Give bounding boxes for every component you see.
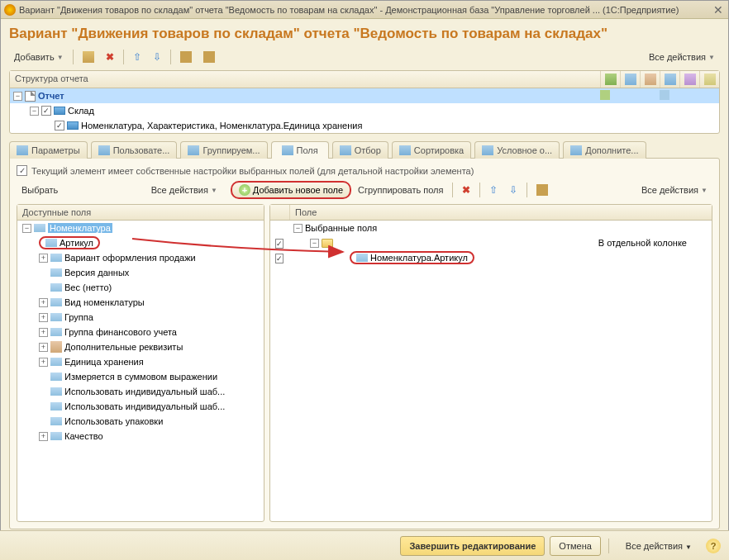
- expand-icon[interactable]: +: [39, 343, 48, 352]
- cancel-button[interactable]: Отмена: [550, 536, 600, 556]
- field-row[interactable]: Версия данных: [17, 265, 264, 280]
- select-button[interactable]: Выбрать: [17, 183, 63, 197]
- all-actions-left-button[interactable]: Все действия▼: [146, 183, 222, 197]
- all-actions-right-button[interactable]: Все действия▼: [636, 183, 712, 197]
- selected-group-row[interactable]: ✓ −В отдельной колонке: [270, 235, 712, 250]
- finish-editing-button[interactable]: Завершить редактирование: [400, 536, 545, 556]
- plus-icon: +: [239, 184, 250, 196]
- tree-row-warehouse[interactable]: − ✓ Склад: [10, 103, 719, 118]
- fields-toolbar: Выбрать Все действия▼ + Добавить новое п…: [17, 181, 712, 199]
- group-fields-button[interactable]: Сгруппировать поля: [353, 183, 448, 197]
- hdr-col-icon[interactable]: [640, 71, 660, 88]
- expand-icon[interactable]: +: [39, 432, 48, 441]
- toolbar-btn-6[interactable]: [198, 49, 220, 65]
- field-row[interactable]: Использовать упаковки: [17, 414, 264, 429]
- field-row[interactable]: Использовать индивидуальный шаб...: [17, 399, 264, 414]
- tab-conditional[interactable]: Условное о...: [474, 141, 560, 159]
- field-icon: [50, 328, 62, 336]
- tab-icon: [340, 145, 351, 155]
- checkbox-icon[interactable]: ✓: [41, 106, 51, 116]
- tree-row-nomenclature[interactable]: ✓ Номенклатура, Характеристика, Номенкла…: [10, 118, 719, 133]
- field-icon: [45, 239, 57, 247]
- tab-sort[interactable]: Сортировка: [392, 141, 471, 159]
- checkbox-icon[interactable]: ✓: [275, 254, 284, 263]
- expand-icon[interactable]: +: [39, 358, 48, 367]
- checkbox-icon[interactable]: ✓: [55, 121, 64, 131]
- field-icon: [50, 341, 62, 353]
- selected-root-row[interactable]: −Выбранные поля: [270, 221, 712, 235]
- tab-icon: [17, 145, 28, 155]
- tab-filter[interactable]: Отбор: [332, 141, 388, 159]
- field-row[interactable]: +Дополнительные реквизиты: [17, 339, 264, 354]
- tab-additional[interactable]: Дополните...: [563, 141, 646, 159]
- hdr-col-icon[interactable]: [660, 71, 679, 88]
- field-row[interactable]: Артикул: [17, 235, 264, 250]
- main-toolbar: Добавить▼ ✖ ⇧ ⇩ Все действия▼: [9, 49, 720, 65]
- toolbar-btn-5[interactable]: [175, 49, 197, 65]
- expand-icon[interactable]: +: [39, 328, 48, 337]
- field-icon: [34, 224, 45, 232]
- structure-header: Структура отчета: [10, 71, 600, 88]
- tab-fields[interactable]: Поля: [271, 141, 329, 159]
- info-text: Текущий элемент имеет собственные настро…: [31, 166, 474, 176]
- field-row[interactable]: +Вид номенклатуры: [17, 295, 264, 310]
- expand-icon[interactable]: +: [39, 313, 48, 322]
- field-row[interactable]: Вес (нетто): [17, 280, 264, 295]
- field-row[interactable]: +Качество: [17, 429, 264, 444]
- collapse-icon[interactable]: −: [293, 224, 303, 233]
- tree-row-report[interactable]: − Отчет: [10, 88, 719, 103]
- delete-field-button[interactable]: ✖: [457, 182, 475, 198]
- hdr-col-icon[interactable]: [600, 71, 620, 88]
- field-row-root[interactable]: − Номенклатура: [17, 221, 264, 235]
- available-fields-panel: Доступные поля − Номенклатура Артикул +В…: [17, 204, 264, 522]
- footer: Завершить редактирование Отмена Все дейс…: [0, 530, 729, 560]
- field-row[interactable]: +Группа финансового учета: [17, 325, 264, 339]
- field-row[interactable]: +Вариант оформления продажи: [17, 250, 264, 265]
- expand-icon[interactable]: +: [39, 298, 48, 307]
- toolbar-btn-1[interactable]: [78, 49, 99, 65]
- add-button[interactable]: Добавить▼: [9, 50, 69, 64]
- delete-button[interactable]: ✖: [101, 49, 119, 65]
- app-logo-icon: [4, 4, 16, 16]
- hdr-col-icon[interactable]: [679, 71, 699, 88]
- tab-icon: [570, 145, 582, 155]
- structure-panel: Структура отчета − Отчет: [9, 70, 720, 134]
- field-row[interactable]: +Единица хранения: [17, 354, 264, 369]
- close-icon[interactable]: ✕: [712, 3, 725, 17]
- collapse-icon[interactable]: −: [310, 239, 319, 248]
- field-icon: [50, 373, 62, 381]
- expand-icon[interactable]: +: [39, 254, 48, 263]
- field-row[interactable]: Использовать индивидуальный шаб...: [17, 384, 264, 399]
- own-settings-checkbox[interactable]: ✓: [17, 165, 27, 176]
- tab-parameters[interactable]: Параметры: [9, 141, 88, 159]
- move-up-button[interactable]: ⇧: [128, 49, 146, 65]
- tab-grouping[interactable]: Группируем...: [180, 141, 267, 159]
- field-row[interactable]: Измеряется в суммовом выражении: [17, 369, 264, 384]
- field-icon: [50, 358, 62, 366]
- checkbox-icon[interactable]: ✓: [275, 239, 284, 249]
- tab-icon: [188, 145, 199, 155]
- footer-all-actions-button[interactable]: Все действия ▼: [617, 536, 701, 556]
- window-title: Вариант "Движения товаров по складам" от…: [19, 5, 712, 15]
- move-down-field-button[interactable]: ⇩: [504, 182, 522, 198]
- add-new-field-button[interactable]: + Добавить новое поле: [231, 181, 351, 199]
- group-icon: [67, 121, 79, 130]
- available-fields-header: Доступные поля: [17, 205, 264, 221]
- move-down-button[interactable]: ⇩: [148, 49, 166, 65]
- move-up-field-button[interactable]: ⇧: [484, 182, 503, 198]
- selected-fields-panel: Поле −Выбранные поля ✓ −В отдельной коло…: [269, 204, 712, 522]
- tab-user[interactable]: Пользовате...: [91, 141, 178, 159]
- hdr-col-icon[interactable]: [620, 71, 640, 88]
- help-icon[interactable]: ?: [706, 539, 721, 553]
- titlebar: Вариант "Движения товаров по складам" от…: [1, 1, 728, 19]
- field-icon: [50, 298, 62, 306]
- field-settings-button[interactable]: [531, 182, 553, 198]
- field-icon: [50, 283, 62, 292]
- field-row[interactable]: +Группа: [17, 310, 264, 325]
- all-actions-button[interactable]: Все действия▼: [644, 50, 720, 64]
- collapse-icon[interactable]: −: [22, 224, 31, 233]
- collapse-icon[interactable]: −: [30, 107, 39, 116]
- selected-field-row[interactable]: ✓ Номенклатура.Артикул: [270, 250, 712, 265]
- hdr-col-icon[interactable]: [699, 71, 719, 88]
- collapse-icon[interactable]: −: [13, 92, 22, 101]
